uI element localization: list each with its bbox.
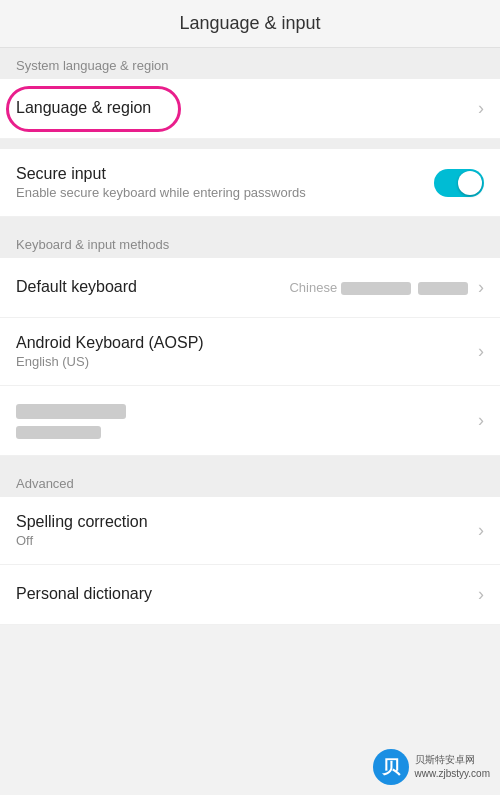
chevron-icon: ›: [478, 98, 484, 119]
default-keyboard-value: Chinese: [289, 280, 468, 295]
personal-dictionary-title: Personal dictionary: [16, 585, 474, 603]
list-item-language-region[interactable]: Language & region ›: [0, 79, 500, 139]
secure-input-title: Secure input: [16, 165, 434, 183]
language-region-title: Language & region: [16, 99, 474, 117]
watermark-line1: 贝斯特安卓网: [415, 753, 490, 767]
spelling-correction-title: Spelling correction: [16, 513, 474, 531]
android-keyboard-subtitle: English (US): [16, 354, 474, 369]
list-item-android-keyboard[interactable]: Android Keyboard (AOSP) English (US) ›: [0, 318, 500, 386]
chevron-icon: ›: [478, 520, 484, 541]
secure-input-toggle[interactable]: [434, 169, 484, 197]
gap-1: [0, 139, 500, 149]
list-item-blurred-keyboard[interactable]: ›: [0, 386, 500, 456]
chevron-icon: ›: [478, 341, 484, 362]
list-item-secure-input[interactable]: Secure input Enable secure keyboard whil…: [0, 149, 500, 217]
watermark-icon: 贝: [373, 749, 409, 785]
watermark-line2: www.zjbstyy.com: [415, 767, 490, 781]
blurred-subtitle: [16, 424, 474, 439]
section-header-advanced: Advanced: [0, 466, 500, 497]
gap-2: [0, 217, 500, 227]
list-item-spelling-correction[interactable]: Spelling correction Off ›: [0, 497, 500, 565]
secure-input-subtitle: Enable secure keyboard while entering pa…: [16, 185, 434, 200]
default-keyboard-title: Default keyboard: [16, 278, 289, 296]
section-header-system-language: System language & region: [0, 48, 500, 79]
chevron-icon: ›: [478, 584, 484, 605]
chevron-icon: ›: [478, 410, 484, 431]
page-title: Language & input: [179, 13, 320, 34]
list-item-personal-dictionary[interactable]: Personal dictionary ›: [0, 565, 500, 625]
chevron-icon: ›: [478, 277, 484, 298]
watermark: 贝 贝斯特安卓网 www.zjbstyy.com: [373, 749, 490, 785]
list-item-default-keyboard[interactable]: Default keyboard Chinese ›: [0, 258, 500, 318]
top-bar: Language & input: [0, 0, 500, 48]
android-keyboard-title: Android Keyboard (AOSP): [16, 334, 474, 352]
gap-3: [0, 456, 500, 466]
spelling-correction-subtitle: Off: [16, 533, 474, 548]
section-header-keyboard: Keyboard & input methods: [0, 227, 500, 258]
blurred-title: [16, 402, 474, 420]
